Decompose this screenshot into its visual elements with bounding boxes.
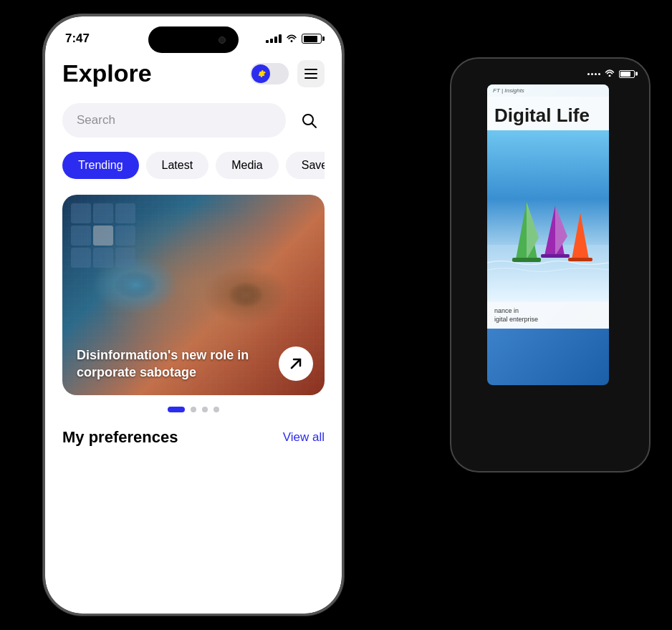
featured-card-text: Disinformation's new role in corporate s… [77, 347, 274, 381]
battery-icon [302, 34, 322, 44]
preferences-title: My preferences [62, 428, 178, 447]
tab-saved[interactable]: Saved [286, 152, 325, 179]
filter-tabs: Trending Latest Media Saved [62, 152, 325, 179]
search-placeholder: Search [77, 113, 115, 127]
dot-2 [191, 407, 196, 412]
signal-icon [266, 34, 282, 43]
phone-front-inner: 7:47 [45, 16, 342, 614]
back-signal-dots [587, 73, 600, 75]
app-header: Explore [62, 55, 325, 87]
back-phone-status-bar [451, 59, 649, 84]
tab-media[interactable]: Media [216, 152, 279, 179]
back-wifi-icon [605, 69, 615, 79]
svg-line-12 [292, 359, 300, 368]
app-content: Explore [45, 55, 342, 614]
dot-3 [202, 407, 208, 412]
phone-front: 7:47 [43, 14, 344, 616]
search-button[interactable] [293, 105, 325, 136]
magazine-cover: FT | Insights Digital Life [487, 84, 609, 385]
preferences-header: My preferences View all [62, 428, 325, 447]
svg-rect-4 [512, 258, 541, 262]
featured-card[interactable]: Disinformation's new role in corporate s… [62, 195, 325, 395]
toggle-thumb [251, 64, 270, 83]
status-time: 7:47 [65, 32, 90, 46]
theme-toggle[interactable] [250, 63, 289, 84]
phone-back: FT | Insights Digital Life [450, 57, 651, 472]
search-input-wrap[interactable]: Search [62, 103, 286, 137]
page-title: Explore [62, 59, 152, 87]
camera-dot [219, 37, 226, 44]
menu-button[interactable] [297, 60, 325, 87]
dynamic-island [148, 26, 239, 53]
wifi-icon [286, 33, 297, 44]
svg-rect-7 [541, 254, 570, 258]
back-battery-icon [619, 70, 635, 78]
featured-title: Disinformation's new role in corporate s… [77, 347, 274, 381]
view-all-link[interactable]: View all [283, 430, 325, 445]
menu-line-2 [304, 73, 317, 74]
status-icons [266, 33, 322, 44]
phone-container: FT | Insights Digital Life [0, 0, 672, 630]
featured-arrow-button[interactable] [279, 346, 313, 381]
dot-1 [168, 407, 185, 412]
magazine-header: FT | Insights [487, 84, 609, 97]
menu-line-3 [304, 77, 317, 79]
magazine-title: Digital Life [487, 97, 609, 130]
svg-rect-9 [568, 258, 592, 261]
pagination-dots [62, 407, 325, 412]
svg-line-11 [312, 124, 317, 128]
magazine-footer: nance in igital enterprise [487, 302, 609, 329]
magazine-image [487, 130, 609, 302]
dot-4 [213, 407, 219, 412]
phone-back-inner: FT | Insights Digital Life [451, 59, 649, 471]
menu-line-1 [304, 69, 317, 70]
tab-trending[interactable]: Trending [62, 152, 139, 179]
tab-latest[interactable]: Latest [146, 152, 209, 179]
header-controls [250, 60, 325, 87]
search-container: Search [62, 103, 325, 137]
thumbnails [71, 203, 135, 268]
magazine-tag: FT | Insights [493, 87, 524, 94]
